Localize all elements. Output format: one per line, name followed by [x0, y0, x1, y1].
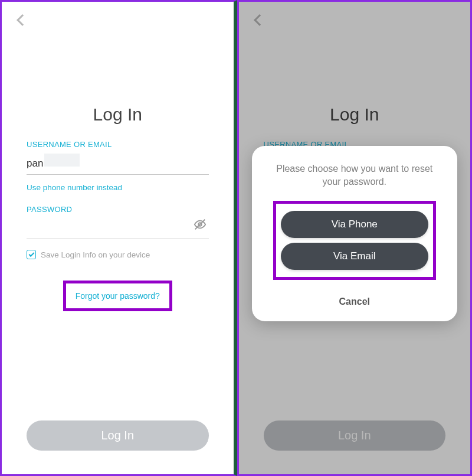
cancel-button[interactable]: Cancel	[264, 296, 446, 307]
save-login-row: Save Login Info on your device	[27, 250, 209, 259]
annotation-highlight: Forgot your password?	[63, 281, 172, 311]
toggle-visibility-icon[interactable]	[194, 218, 206, 233]
check-icon	[28, 251, 34, 257]
panel-inner: Log In USERNAME OR EMAIL pan Use phone n…	[2, 2, 234, 474]
save-login-label: Save Login Info on your device	[41, 250, 150, 259]
forgot-wrap: Forgot your password?	[27, 281, 209, 311]
dialog-message: Please choose how you want to reset your…	[264, 162, 446, 201]
login-form: USERNAME OR EMAIL pan Use phone number i…	[15, 140, 221, 311]
reset-password-dialog: Please choose how you want to reset your…	[252, 146, 458, 321]
use-phone-link[interactable]: Use phone number instead	[27, 183, 209, 192]
back-chevron-icon[interactable]	[17, 14, 28, 26]
password-input[interactable]	[27, 219, 209, 239]
login-button[interactable]: Log In	[27, 420, 209, 451]
username-input-row[interactable]: pan	[27, 154, 209, 175]
via-email-button[interactable]: Via Email	[281, 243, 428, 270]
password-row	[27, 219, 209, 239]
login-screen-left: Log In USERNAME OR EMAIL pan Use phone n…	[0, 0, 237, 476]
password-label: PASSWORD	[27, 205, 209, 214]
via-phone-button[interactable]: Via Phone	[281, 211, 428, 238]
forgot-password-link[interactable]: Forgot your password?	[76, 291, 160, 301]
save-login-checkbox[interactable]	[27, 250, 36, 259]
reset-dialog-screen: Log In USERNAME OR EMAIL Log In Please c…	[237, 0, 473, 476]
username-value: pan	[27, 158, 43, 169]
page-title: Log In	[15, 105, 221, 125]
redacted-block	[44, 154, 80, 167]
annotation-highlight: Via Phone Via Email	[273, 201, 436, 280]
username-label: USERNAME OR EMAIL	[27, 140, 209, 149]
